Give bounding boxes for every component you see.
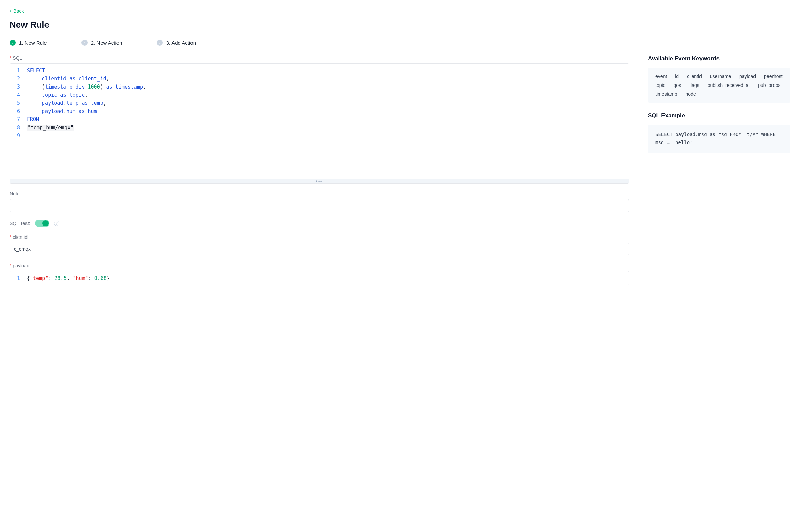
step-label: 1. New Rule bbox=[19, 40, 47, 46]
check-circle-icon: ✓ bbox=[157, 40, 163, 46]
sql-test-toggle[interactable] bbox=[35, 220, 49, 227]
check-circle-icon: ✓ bbox=[10, 40, 16, 46]
step-1[interactable]: ✓ 1. New Rule bbox=[10, 40, 47, 46]
back-label: Back bbox=[13, 8, 24, 14]
keyword-item: timestamp bbox=[655, 91, 677, 97]
help-icon[interactable]: ? bbox=[54, 221, 59, 226]
note-label: Note bbox=[10, 191, 629, 196]
line-gutter: 123456789 bbox=[10, 64, 23, 179]
back-link[interactable]: ‹ Back bbox=[10, 8, 24, 14]
clientid-input[interactable] bbox=[10, 243, 629, 255]
keyword-item: payload bbox=[739, 74, 756, 79]
keyword-item: topic bbox=[655, 82, 666, 88]
step-divider bbox=[52, 43, 76, 43]
step-label: 3. Add Action bbox=[166, 40, 196, 46]
chevron-left-icon: ‹ bbox=[10, 8, 11, 14]
keyword-item: publish_received_at bbox=[708, 82, 750, 88]
step-divider bbox=[127, 43, 151, 43]
keyword-item: id bbox=[675, 74, 679, 79]
keyword-item: flags bbox=[689, 82, 699, 88]
keywords-title: Available Event Keywords bbox=[648, 55, 790, 62]
example-title: SQL Example bbox=[648, 112, 790, 119]
sql-example: SELECT payload.msg as msg FROM "t/#" WHE… bbox=[648, 125, 790, 153]
clientid-label: clientid bbox=[10, 234, 629, 240]
note-input[interactable] bbox=[10, 199, 629, 212]
payload-label: payload bbox=[10, 263, 629, 268]
keyword-item: pub_props bbox=[758, 82, 780, 88]
stepper: ✓ 1. New Rule ✓ 2. New Action ✓ 3. Add A… bbox=[10, 40, 790, 46]
step-label: 2. New Action bbox=[91, 40, 122, 46]
line-gutter: 1 bbox=[10, 271, 23, 285]
step-2[interactable]: ✓ 2. New Action bbox=[81, 40, 122, 46]
keywords-box: eventidclientidusernamepayloadpeerhostto… bbox=[648, 68, 790, 103]
keyword-item: username bbox=[710, 74, 731, 79]
keyword-item: node bbox=[686, 91, 696, 97]
keyword-item: event bbox=[655, 74, 667, 79]
keyword-item: qos bbox=[674, 82, 681, 88]
sql-label: SQL bbox=[10, 55, 629, 61]
check-circle-icon: ✓ bbox=[81, 40, 88, 46]
sql-code[interactable]: SELECT clientid as client_id, (timestamp… bbox=[23, 64, 629, 179]
sql-test-label: SQL Test: bbox=[10, 221, 30, 226]
step-3[interactable]: ✓ 3. Add Action bbox=[157, 40, 196, 46]
payload-code[interactable]: {"temp": 28.5, "hum": 0.68} bbox=[23, 271, 629, 285]
keyword-item: peerhost bbox=[764, 74, 782, 79]
toggle-knob-icon bbox=[42, 220, 49, 226]
resize-handle-icon[interactable]: ••• bbox=[10, 179, 629, 183]
keyword-item: clientid bbox=[687, 74, 702, 79]
payload-editor[interactable]: 1 {"temp": 28.5, "hum": 0.68} bbox=[10, 271, 629, 285]
sql-editor[interactable]: 123456789 SELECT clientid as client_id, … bbox=[10, 63, 629, 184]
page-title: New Rule bbox=[10, 20, 790, 30]
